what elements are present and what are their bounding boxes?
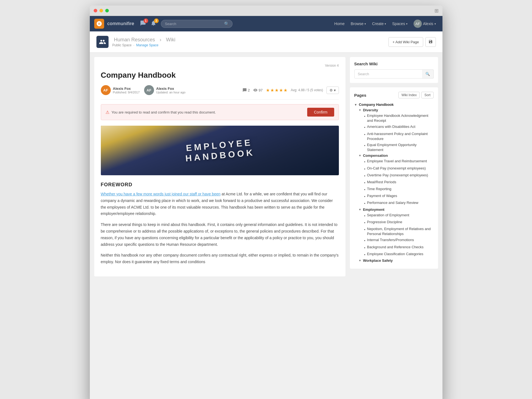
close-button[interactable] [94,9,97,12]
bullet-icon: • [364,238,366,243]
pages-header: Pages Wiki Index Sort [354,92,434,98]
warning-icon: ⚠ [106,110,109,115]
wiki-search-input[interactable] [354,69,434,79]
logo-icon[interactable] [94,19,104,29]
space-info: Human Resources › Wiki Public Space · Ma… [96,36,177,48]
sort-button[interactable]: Sort [421,92,433,98]
list-item[interactable]: • Meal/Rest Periods [364,179,434,186]
compensation-title[interactable]: ▼ Compensation [359,153,434,158]
list-item[interactable]: • Progressive Discipline [364,219,434,226]
diversity-caret-icon: ▼ [359,109,361,112]
author1-avatar: AF [101,85,111,95]
alert-box: ⚠ You are required to read and confirm t… [101,104,339,120]
bullet-icon: • [364,132,366,137]
spaces-chevron-icon: ▾ [406,22,407,25]
space-subtitle: Public Space · Manage Space [112,43,177,47]
foreword-paragraph-1: Whether you have a few more words just j… [101,191,339,217]
author2-meta: Updated: an hour ago [156,91,185,94]
list-item[interactable]: • Equal Employment Opportunity Statement [364,142,434,153]
bullet-icon: • [364,194,366,199]
breadcrumb-separator: › [160,37,161,42]
nav-user[interactable]: AF Alexis ▾ [411,18,438,29]
bullet-icon: • [364,180,366,185]
confirm-button[interactable]: Confirm [307,108,334,117]
list-item[interactable]: • Performance and Salary Review [364,200,434,207]
list-item[interactable]: • Separation of Employment [364,212,434,219]
page-title: Company Handbook [101,71,339,80]
nav-create[interactable]: Create ▾ [370,20,388,27]
diversity-leaves: • Employee Handbook Acknowledgment and R… [364,113,434,153]
alert-text: ⚠ You are required to read and confirm t… [106,110,216,115]
save-button[interactable] [425,37,436,47]
space-title-wrap: Human Resources › Wiki Public Space · Ma… [112,37,177,47]
list-item[interactable]: • Employee Classification Categories [364,251,434,258]
list-item[interactable]: • Time Reporting [364,186,434,193]
minimize-button[interactable] [99,9,103,12]
list-item[interactable]: • Employee Travel and Reimbursement [364,158,434,165]
pages-card: Pages Wiki Index Sort ▼ Company Handbook [350,87,438,269]
workplace-safety-title[interactable]: ▼ Workplace Safety [359,258,434,263]
workplace-safety-caret-icon: ▼ [359,259,361,262]
gear-chevron-icon: ▾ [334,88,336,92]
add-wiki-page-button[interactable]: + Add Wiki Page [388,37,423,47]
views-count: 97 [253,88,263,92]
wiki-search-card: Search Wiki 🔍 [350,57,438,83]
bullet-icon: • [364,201,366,206]
employment-title[interactable]: ▼ Employment [359,207,434,212]
notifications-icon[interactable]: 3 [150,20,156,27]
bullet-icon: • [364,167,366,172]
list-item[interactable]: • Background and Reference Checks [364,244,434,251]
bullet-icon: • [364,252,366,257]
main-layout: Version 4 Company Handbook AF Alexis Fox… [90,53,442,281]
author1-meta: Published: 9/4/2017 [113,91,140,94]
diversity-section: ▼ Diversity • Employee Handbook Acknowle… [359,107,434,153]
diversity-title[interactable]: ▼ Diversity [359,107,434,113]
list-item[interactable]: • Americans with Disabilities Act [364,124,434,131]
nav-spaces[interactable]: Spaces ▾ [390,20,410,27]
foreword-link[interactable]: Whether you have a few more words just j… [101,192,221,196]
nav-search-input[interactable] [161,20,233,28]
bullet-icon: • [364,160,366,165]
foreword-paragraph-3: Neither this handbook nor any other comp… [101,252,339,265]
bullet-icon: • [364,114,366,119]
foreword-title: FOREWORD [101,182,339,188]
rating-stars: ★★★★★ [266,88,287,93]
bullet-icon: • [364,246,366,250]
nav-browse[interactable]: Browse ▾ [349,20,368,27]
list-item[interactable]: • On-Call Pay (nonexempt employees) [364,165,434,172]
wiki-search-button[interactable]: 🔍 [422,69,434,79]
tree-root-title[interactable]: ▼ Company Handbook [354,102,434,107]
messages-icon[interactable]: 1 [140,20,146,27]
handbook-img-text: EMPLOYEEHANDBOOK [184,137,255,164]
list-item[interactable]: • Nepotism, Employment of Relatives and … [364,226,434,237]
list-item[interactable]: • Internal Transfers/Promotions [364,237,434,244]
main-content: Version 4 Company Handbook AF Alexis Fox… [94,57,345,276]
nav-home[interactable]: Home [332,20,347,27]
gear-button[interactable]: ⚙ ▾ [326,87,339,94]
list-item[interactable]: • Employee Handbook Acknowledgment and R… [364,113,434,124]
wiki-search-title: Search Wiki [354,61,434,66]
author2-name: Alexis Fox [156,87,185,91]
author1: AF Alexis Fox Published: 9/4/2017 [101,85,140,95]
manage-space-link[interactable]: Manage Space [136,43,158,47]
list-item[interactable]: • Overtime Pay (nonexempt employees) [364,172,434,179]
employment-leaves: • Separation of Employment • Progressive… [364,212,434,258]
maximize-button[interactable] [105,9,109,12]
list-item[interactable]: • Payment of Wages [364,193,434,200]
wiki-index-button[interactable]: Wiki Index [398,92,420,98]
comments-count[interactable]: 2 [242,88,250,92]
avatar: AF [414,20,422,28]
list-item[interactable]: • Anti-harassment Policy and Complaint P… [364,131,434,142]
authors-row: AF Alexis Fox Published: 9/4/2017 AF Ale… [101,85,339,100]
employment-caret-icon: ▼ [359,208,361,211]
content-wrapper: Human Resources › Wiki Public Space · Ma… [90,31,442,399]
nav-search-icon: 🔍 [224,21,229,26]
wiki-search-wrap: 🔍 [354,69,434,79]
space-header: Human Resources › Wiki Public Space · Ma… [90,31,442,53]
pages-actions: Wiki Index Sort [398,92,433,98]
space-name[interactable]: Human Resources [114,37,155,42]
wiki-label[interactable]: Wiki [166,37,175,42]
plus-icon: ⊞ [434,8,439,14]
workplace-safety-section: ▼ Workplace Safety [359,258,434,263]
mac-titlebar: ⊞ [90,6,442,16]
